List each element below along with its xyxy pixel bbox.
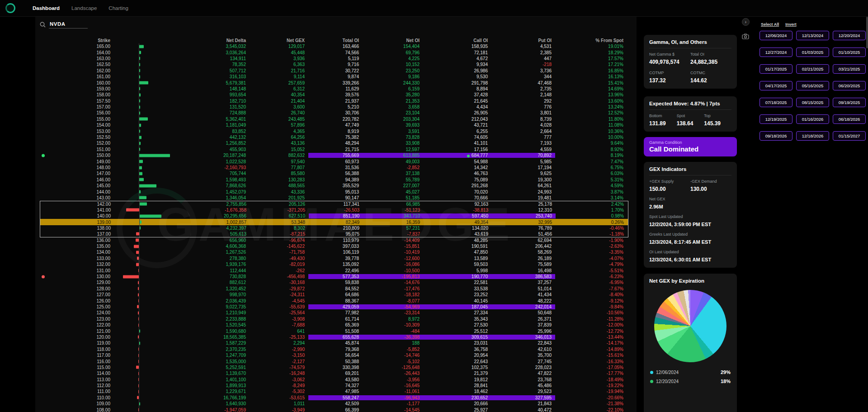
table-row[interactable]: 162.5078,3526,3639,71610,1529,934-21817.… xyxy=(40,62,628,67)
column-header[interactable]: Put OI xyxy=(491,38,555,43)
table-row[interactable]: 114.001,139,670-16,24869,201-26,44321,37… xyxy=(40,370,628,376)
table-row[interactable]: 130.00730,828-456,498577,353-195,813190,… xyxy=(40,274,628,279)
table-row[interactable]: 136.00656,960-96,674110,979-14,40948,285… xyxy=(40,237,628,243)
table-row[interactable]: 161.00316,1039,1149,8749,1869,53034416.1… xyxy=(40,74,628,80)
table-row[interactable]: 146.001,598,493130,28394,38955,78975,089… xyxy=(40,177,628,183)
expiry-date-button[interactable]: 01/15/2027 xyxy=(833,131,866,141)
table-row[interactable]: 108.00-1,947,059-3,94966,399-14,54525,92… xyxy=(40,407,628,412)
table-row[interactable]: 123.002,233,888-3,90861,7148,97235,34326… xyxy=(40,316,628,322)
table-row[interactable]: 131.00112,444-26222,496-10,5005,99816,49… xyxy=(40,267,628,273)
column-header[interactable]: Call OI xyxy=(423,38,491,43)
column-header[interactable]: Net Delta xyxy=(194,38,250,43)
legend-item[interactable]: 12/06/2024 29% xyxy=(649,368,731,377)
table-row[interactable]: 118.002,370,235-2,99079,368-5,85236,7584… xyxy=(40,346,628,352)
table-row[interactable]: 153.0083,8524,3658,9193,5916,2552,66410.… xyxy=(40,128,628,134)
table-row[interactable]: 129.00882,612-30,16859,838-14,67622,5813… xyxy=(40,279,628,285)
table-row[interactable]: 122.001,520,545-7,68865,369-10,30927,530… xyxy=(40,322,628,328)
chevron-right-icon[interactable]: › xyxy=(742,18,750,26)
table-row[interactable]: 145.007,868,626488,565355,529227,007291,… xyxy=(40,183,628,189)
expiry-date-button[interactable]: 06/18/2026 xyxy=(833,114,866,124)
column-header[interactable]: Net OI xyxy=(363,38,423,43)
table-row[interactable]: 165.003,545,032129,017163,466154,404158,… xyxy=(40,43,628,49)
table-row[interactable]: 135.004,606,368-145,622397,033-15,851190… xyxy=(40,243,628,249)
table-row[interactable]: 116.001,535,000-2,12750,388-5,10222,6432… xyxy=(40,358,628,364)
table-row[interactable]: 159.00148,1486,31211,6296,1598,8942,7351… xyxy=(40,86,628,92)
table-row[interactable]: 147.00705,74485,58056,38837,13846,7639,6… xyxy=(40,170,628,176)
table-row[interactable]: 157.00131,5203,6005,2103,6584,43477613.2… xyxy=(40,104,628,110)
expiry-date-button[interactable]: 01/03/2025 xyxy=(796,47,829,57)
expiry-date-button[interactable]: 12/27/2024 xyxy=(760,47,793,57)
table-row[interactable]: 132.001,939,176-82,019135,092-16,08659,5… xyxy=(40,261,628,267)
table-row[interactable]: 164.003,036,26445,44874,56669,79672,1812… xyxy=(40,49,628,55)
table-row[interactable]: 127.00998,970-24,31164,686-18,18223,2524… xyxy=(40,292,628,298)
table-row[interactable]: 140.0020,295,656627,510851,190343,710597… xyxy=(40,213,628,219)
expiry-date-button[interactable]: 12/06/2024 xyxy=(760,31,793,40)
expiry-date-button[interactable]: 06/20/2025 xyxy=(833,81,866,90)
table-row[interactable]: 112.001,899,913-8,24974,327-16,64528,841… xyxy=(40,383,628,388)
table-row[interactable]: 115.005,252,591-74,579330,398-125,648102… xyxy=(40,365,628,370)
table-row[interactable]: 117.001,247,709-3,15056,654-14,74620,954… xyxy=(40,352,628,358)
expiry-date-button[interactable]: 09/18/2026 xyxy=(760,131,793,141)
expiry-date-button[interactable]: 03/21/2025 xyxy=(833,64,866,74)
table-row[interactable]: 110.0016,766,199-53,615558,247-96,943230… xyxy=(40,395,628,401)
table-row[interactable]: 141.00-1,676,358-371,205-26,503-51,123-3… xyxy=(40,207,628,213)
invert-link[interactable]: Invert xyxy=(785,22,797,27)
column-header[interactable]: Net GEX xyxy=(250,38,308,43)
expiry-date-button[interactable]: 08/15/2025 xyxy=(796,98,829,107)
table-row[interactable]: 138.004,232,3978,302210,80957,231134,020… xyxy=(40,225,628,231)
table-row[interactable]: 128.001,320,452-29,87284,552-17,47633,53… xyxy=(40,286,628,292)
expiry-date-button[interactable]: 12/20/2024 xyxy=(833,31,866,40)
table-row[interactable]: 157.50182,71021,40421,93721,35321,645292… xyxy=(40,98,628,104)
table-row[interactable]: 134.001,267,526-71,758106,119-10,41947,8… xyxy=(40,249,628,255)
expiry-date-button[interactable]: 09/19/2025 xyxy=(833,98,866,107)
column-header[interactable]: Total OI xyxy=(308,38,363,43)
expiry-date-button[interactable]: 02/21/2025 xyxy=(796,64,829,74)
expiry-date-button[interactable]: 12/13/2024 xyxy=(796,31,829,40)
column-header[interactable]: % From Spot xyxy=(555,38,627,43)
table-row[interactable]: 148.00-2,160,79377,80731,536-2,85214,342… xyxy=(40,165,628,170)
table-row[interactable]: 154.001,181,04957,89647,74939,69343,7214… xyxy=(40,122,628,128)
table-row[interactable]: 163.00134,9113,9365,1194,2254,67244717.5… xyxy=(40,56,628,62)
table-row[interactable]: 126.002,036,439-4,54588,367-8,07740,1454… xyxy=(40,298,628,303)
table-row[interactable]: 121.001,590,68064151,508-48425,51225,996… xyxy=(40,328,628,334)
table-row[interactable]: 111.001,229,671-5,30247,985-11,06118,462… xyxy=(40,388,628,394)
table-row[interactable]: 120.0018,565,385-25,133655,628-36,398309… xyxy=(40,334,628,340)
expiry-date-button[interactable]: 07/18/2025 xyxy=(760,98,793,107)
table-row[interactable]: 137.00505,613-87,21595,075-7,83743,61951… xyxy=(40,231,628,237)
expiry-date-button[interactable]: 04/17/2025 xyxy=(760,81,793,90)
expiry-date-button[interactable]: 01/17/2025 xyxy=(760,64,793,74)
table-row[interactable]: 149.001,022,52897,54060,97349,00354,9885… xyxy=(40,158,628,164)
table-row[interactable]: 119.001,587,2292,29445,87418823,03122,84… xyxy=(40,340,628,346)
select-all-link[interactable]: Select All xyxy=(761,22,779,27)
page-scrollbar[interactable] xyxy=(866,17,868,412)
table-row[interactable]: 143.001,346,054201,92590,14751,18570,666… xyxy=(40,195,628,201)
table-row[interactable]: 156.00724,88826,74030,70623,10426,9053,8… xyxy=(40,110,628,116)
table-row[interactable]: 152.001,256,85243,13648,29433,90841,1017… xyxy=(40,140,628,146)
table-row[interactable]: 155.005,362,401243,485220,782203,304212,… xyxy=(40,116,628,122)
table-row[interactable]: 152.50442,13264,25675,38273,82874,605777… xyxy=(40,134,628,140)
table-row[interactable]: 142.002,755,856205,126117,34166,98592,16… xyxy=(40,201,628,207)
search-input[interactable] xyxy=(49,20,88,28)
table-row[interactable]: 133.00278,380-49,43039,778-12,60013,5892… xyxy=(40,256,628,261)
camera-icon[interactable] xyxy=(742,33,749,39)
expiry-date-button[interactable]: 05/16/2025 xyxy=(796,81,829,90)
expiry-date-button[interactable]: 01/16/2026 xyxy=(796,114,829,124)
gammaedge-logo-icon[interactable] xyxy=(5,3,15,13)
table-row[interactable]: 124.001,210,949-25,56477,982-23,31427,33… xyxy=(40,310,628,316)
column-header[interactable]: Strike xyxy=(40,38,114,43)
table-row[interactable]: 158.00993,65440,35439,57635,28037,4282,1… xyxy=(40,92,628,98)
table-row[interactable]: 150.0020,187,248882,632755,669613,885684… xyxy=(40,152,628,158)
expiry-date-button[interactable]: 12/19/2025 xyxy=(760,114,793,124)
table-row[interactable]: 139.001,002,85753,34882,34916,35949,3543… xyxy=(40,219,628,225)
legend-item[interactable]: 12/20/2024 18% xyxy=(649,377,731,386)
table-row[interactable]: 113.001,401,100-3,06243,580-3,95619,8122… xyxy=(40,376,628,382)
table-row[interactable]: 125.009,022,735-55,639429,059-54,969187,… xyxy=(40,304,628,310)
expiry-date-button[interactable]: 01/10/2025 xyxy=(833,47,866,57)
table-row[interactable]: 160.005,679,381257,659339,266244,330291,… xyxy=(40,80,628,85)
table-row[interactable]: 162.00507,71221,71630,72223,25026,9863,7… xyxy=(40,68,628,74)
nav-item-dashboard[interactable]: Dashboard xyxy=(33,5,60,11)
expiry-date-button[interactable]: 12/18/2026 xyxy=(796,131,829,141)
nav-item-charting[interactable]: Charting xyxy=(108,5,128,11)
nav-item-landscape[interactable]: Landscape xyxy=(71,5,97,11)
table-row[interactable]: 151.00455,90315,05221,71512,59717,1564,5… xyxy=(40,147,628,152)
